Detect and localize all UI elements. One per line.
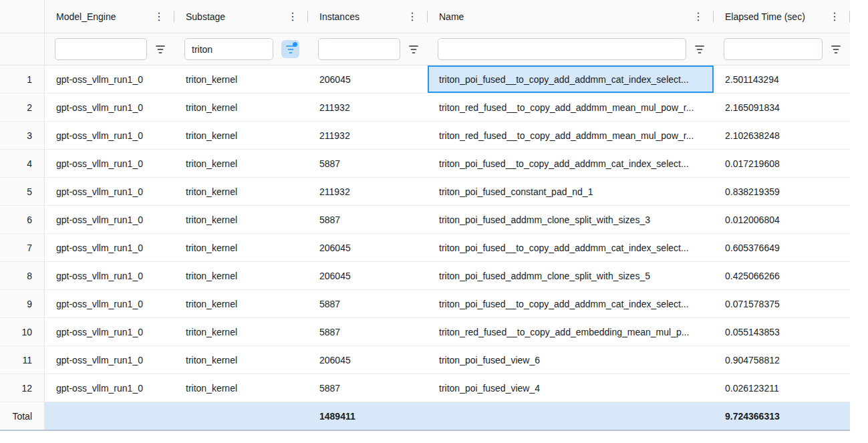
column-menu-icon[interactable]: ⋮ (407, 11, 418, 22)
column-header-name[interactable]: Name ⋮ (428, 0, 714, 33)
row-number: 2 (0, 94, 45, 121)
cell-model-engine[interactable]: gpt-oss_vllm_run1_0 (45, 318, 174, 345)
cell-name[interactable]: triton_poi_fused__to_copy_add_addmm_cat_… (428, 290, 714, 317)
cell-substage[interactable]: triton_kernel (174, 234, 308, 261)
cell-elapsed-time[interactable]: 0.838219359 (714, 178, 850, 205)
cell-model-engine[interactable]: gpt-oss_vllm_run1_0 (45, 178, 174, 205)
cell-substage[interactable]: triton_kernel (174, 318, 308, 345)
cell-elapsed-time[interactable]: 0.605376649 (714, 234, 850, 261)
total-label: Total (0, 402, 45, 430)
filter-input-substage[interactable] (184, 38, 273, 60)
cell-name[interactable]: triton_poi_fused_view_6 (428, 346, 714, 374)
filter-icon[interactable] (694, 45, 705, 54)
filter-icon[interactable] (408, 45, 419, 54)
cell-instances[interactable]: 211932 (308, 122, 428, 149)
column-menu-icon[interactable]: ⋮ (829, 11, 840, 22)
column-header-model-engine[interactable]: Model_Engine ⋮ (45, 0, 174, 33)
cell-substage[interactable]: triton_kernel (174, 65, 308, 93)
cell-substage[interactable]: triton_kernel (174, 290, 308, 317)
cell-elapsed-time[interactable]: 0.071578375 (714, 290, 850, 317)
cell-instances[interactable]: 5887 (308, 206, 428, 233)
cell-name[interactable]: triton_poi_fused__to_copy_add_addmm_cat_… (428, 234, 714, 261)
cell-name-selected[interactable]: triton_poi_fused__to_copy_add_addmm_cat_… (428, 65, 714, 93)
filter-cell-name (428, 33, 714, 65)
cell-model-engine[interactable]: gpt-oss_vllm_run1_0 (45, 374, 174, 402)
cell-name[interactable]: triton_red_fused__to_copy_add_embedding_… (428, 318, 714, 345)
total-cell-substage (174, 402, 308, 430)
cell-name[interactable]: triton_poi_fused_constant_pad_nd_1 (428, 178, 714, 205)
cell-substage[interactable]: triton_kernel (174, 94, 308, 121)
cell-substage[interactable]: triton_kernel (174, 346, 308, 374)
cell-name[interactable]: triton_red_fused__to_copy_add_addmm_mean… (428, 122, 714, 149)
cell-instances[interactable]: 5887 (308, 318, 428, 345)
cell-instances[interactable]: 206045 (308, 234, 428, 261)
column-menu-icon[interactable]: ⋮ (693, 11, 704, 22)
cell-model-engine[interactable]: gpt-oss_vllm_run1_0 (45, 206, 174, 233)
row-number: 3 (0, 122, 45, 149)
cell-name[interactable]: triton_red_fused__to_copy_add_addmm_mean… (428, 94, 714, 121)
row-number: 10 (0, 318, 45, 345)
cell-substage[interactable]: triton_kernel (174, 122, 308, 149)
cell-elapsed-time[interactable]: 0.904758812 (714, 346, 850, 374)
row-number: 7 (0, 234, 45, 261)
cell-elapsed-time[interactable]: 2.165091834 (714, 94, 850, 121)
cell-substage[interactable]: triton_kernel (174, 150, 308, 177)
table-row: 4gpt-oss_vllm_run1_0triton_kernel5887tri… (0, 150, 850, 178)
column-header-substage[interactable]: Substage ⋮ (174, 0, 308, 33)
cell-elapsed-time[interactable]: 2.102638248 (714, 122, 850, 149)
column-menu-icon[interactable]: ⋮ (154, 11, 164, 22)
row-number: 4 (0, 150, 45, 177)
filter-icon[interactable] (155, 45, 166, 54)
filter-active-dot (293, 42, 297, 47)
table-row: 2gpt-oss_vllm_run1_0triton_kernel211932t… (0, 94, 850, 122)
filter-input-elapsed-time[interactable] (724, 38, 823, 60)
cell-model-engine[interactable]: gpt-oss_vllm_run1_0 (45, 94, 174, 121)
cell-instances[interactable]: 5887 (308, 374, 428, 402)
cell-name[interactable]: triton_poi_fused_addmm_clone_split_with_… (428, 262, 714, 289)
cell-instances[interactable]: 211932 (308, 178, 428, 205)
cell-elapsed-time[interactable]: 0.026123211 (714, 374, 850, 402)
cell-elapsed-time[interactable]: 0.055143853 (714, 318, 850, 345)
total-cell-name (428, 402, 714, 430)
cell-instances[interactable]: 5887 (308, 150, 428, 177)
rows-container: 1gpt-oss_vllm_run1_0triton_kernel206045t… (0, 65, 850, 402)
cell-elapsed-time[interactable]: 0.017219608 (714, 150, 850, 177)
cell-model-engine[interactable]: gpt-oss_vllm_run1_0 (45, 150, 174, 177)
filter-input-model-engine[interactable] (55, 38, 147, 60)
cell-model-engine[interactable]: gpt-oss_vllm_run1_0 (45, 290, 174, 317)
header-gutter (0, 0, 45, 33)
cell-instances[interactable]: 206045 (308, 346, 428, 374)
column-header-instances[interactable]: Instances ⋮ (308, 0, 428, 33)
cell-name[interactable]: triton_poi_fused_view_4 (428, 374, 714, 402)
cell-elapsed-time[interactable]: 0.012006804 (714, 206, 850, 233)
cell-model-engine[interactable]: gpt-oss_vllm_run1_0 (45, 122, 174, 149)
cell-instances[interactable]: 206045 (308, 65, 428, 93)
cell-name[interactable]: triton_poi_fused__to_copy_add_addmm_cat_… (428, 150, 714, 177)
cell-model-engine[interactable]: gpt-oss_vllm_run1_0 (45, 262, 174, 289)
column-header-elapsed-time[interactable]: Elapsed Time (sec) ⋮ (714, 0, 850, 33)
table-row: 12gpt-oss_vllm_run1_0triton_kernel5887tr… (0, 374, 850, 402)
cell-model-engine[interactable]: gpt-oss_vllm_run1_0 (45, 65, 174, 93)
cell-elapsed-time[interactable]: 2.501143294 (714, 65, 850, 93)
filter-input-instances[interactable] (318, 38, 400, 60)
filter-icon[interactable] (831, 45, 841, 54)
cell-substage[interactable]: triton_kernel (174, 262, 308, 289)
cell-instances[interactable]: 5887 (308, 290, 428, 317)
filter-input-name[interactable] (438, 38, 686, 60)
cell-substage[interactable]: triton_kernel (174, 206, 308, 233)
active-filter-icon[interactable] (281, 40, 299, 58)
cell-model-engine[interactable]: gpt-oss_vllm_run1_0 (45, 234, 174, 261)
table-row: 3gpt-oss_vllm_run1_0triton_kernel211932t… (0, 122, 850, 150)
table-row: 5gpt-oss_vllm_run1_0triton_kernel211932t… (0, 178, 850, 206)
cell-substage[interactable]: triton_kernel (174, 374, 308, 402)
cell-name[interactable]: triton_poi_fused_addmm_clone_split_with_… (428, 206, 714, 233)
table-row: 11gpt-oss_vllm_run1_0triton_kernel206045… (0, 346, 850, 374)
cell-substage[interactable]: triton_kernel (174, 178, 308, 205)
column-label: Instances (319, 11, 359, 22)
cell-model-engine[interactable]: gpt-oss_vllm_run1_0 (45, 346, 174, 374)
cell-instances[interactable]: 206045 (308, 262, 428, 289)
column-menu-icon[interactable]: ⋮ (287, 11, 298, 22)
cell-elapsed-time[interactable]: 0.425066266 (714, 262, 850, 289)
total-instances: 1489411 (308, 402, 428, 430)
cell-instances[interactable]: 211932 (308, 94, 428, 121)
